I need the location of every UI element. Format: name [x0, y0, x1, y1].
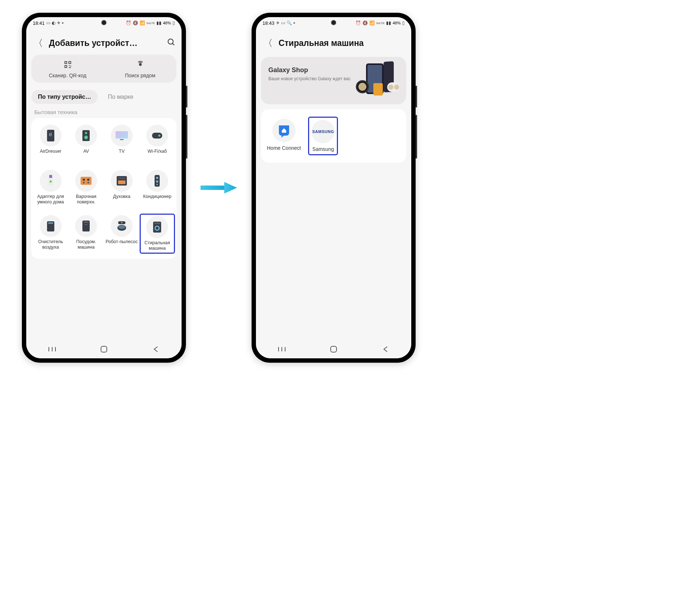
device-label: Духовка: [113, 194, 130, 205]
usb-icon: [47, 174, 54, 187]
search-notif-icon: 🔍: [287, 20, 292, 26]
device-ac[interactable]: Кондиционер: [140, 168, 175, 206]
svg-point-27: [156, 177, 158, 179]
brand-label: Home Connect: [267, 145, 301, 151]
svg-point-14: [158, 135, 160, 137]
tv-icon: [115, 130, 129, 141]
mute-icon: 🔇: [133, 20, 138, 26]
side-button: [416, 86, 417, 108]
oven-icon: [116, 175, 128, 186]
svg-rect-44: [154, 223, 160, 224]
tabs: По типу устройс… По марке: [26, 88, 182, 108]
nav-back[interactable]: [380, 346, 391, 352]
device-airdresser[interactable]: AirDresser: [33, 123, 69, 161]
svg-rect-37: [83, 222, 89, 223]
signal-icon: ▮▮: [156, 20, 162, 26]
washer-icon: [152, 221, 162, 233]
svg-point-9: [84, 136, 88, 139]
brand-home-connect[interactable]: Home Connect: [265, 117, 303, 155]
hub-icon: [151, 131, 163, 140]
brand-row: Home Connect SAMSUNG Samsung: [261, 109, 406, 163]
nav-recents[interactable]: [47, 346, 58, 352]
search-button[interactable]: [167, 38, 176, 49]
robot-icon: [116, 221, 128, 231]
svg-rect-15: [49, 175, 52, 178]
alarm-icon: ⏰: [126, 20, 131, 26]
svg-point-28: [156, 180, 158, 183]
notification-icon: ▭: [46, 20, 50, 26]
page-title: Стиральная машина: [279, 38, 405, 48]
svg-line-1: [172, 43, 174, 45]
dishwasher-icon: [81, 220, 91, 232]
svg-point-40: [121, 222, 122, 223]
device-av[interactable]: AV: [69, 123, 104, 161]
back-button[interactable]: 〈: [32, 37, 44, 50]
scan-qr-label: Сканир. QR-код: [49, 73, 86, 78]
lte-icon: VoLTE: [376, 22, 385, 25]
svg-rect-12: [120, 139, 124, 140]
device-oven[interactable]: Духовка: [104, 168, 140, 206]
svg-rect-6: [47, 130, 54, 141]
device-label: Адаптер для умного дома: [34, 194, 68, 205]
header: 〈 Стиральная машина: [256, 29, 411, 55]
phone-left: 18:41 ▭ ◐ ✈ ⏰ 🔇 📶 VoLTE ▮▮ 48% ▯ 〈 Добав…: [22, 13, 186, 363]
airdresser-icon: [46, 129, 56, 142]
phone-right: 18:43 ✈ ▭ 🔍 ⏰ 🔇 📶 VoLTE ▮▮ 48% ▯ 〈 Стира…: [252, 13, 416, 363]
device-label: Кондиционер: [143, 194, 171, 205]
nav-home[interactable]: [328, 346, 339, 353]
search-nearby-button[interactable]: Поиск рядом: [104, 55, 176, 83]
header: 〈 Добавить устройст…: [26, 29, 182, 55]
nav-recents[interactable]: [276, 346, 287, 352]
battery-icon: ▯: [402, 20, 405, 26]
svg-rect-18: [81, 177, 92, 185]
ac-icon: [154, 174, 160, 187]
camera-notch: [331, 20, 336, 25]
device-air-purifier[interactable]: Очиститель воздуха: [33, 214, 69, 254]
svg-rect-24: [118, 178, 125, 179]
qr-icon: [64, 61, 72, 70]
wifi-icon: 📶: [140, 20, 145, 26]
svg-rect-51: [201, 186, 226, 190]
device-label: AirDresser: [40, 149, 61, 160]
svg-rect-2: [65, 62, 67, 64]
section-label: Бытовая техника: [26, 108, 182, 118]
device-label: Стиральная машина: [141, 240, 174, 251]
battery-pct: 48%: [393, 21, 401, 25]
back-button[interactable]: 〈: [262, 37, 274, 50]
tab-by-brand[interactable]: По марке: [101, 90, 140, 104]
battery-pct: 48%: [163, 21, 171, 25]
svg-point-17: [50, 180, 52, 183]
navigation-bar: [256, 340, 411, 358]
device-smart-adapter[interactable]: Адаптер для умного дома: [33, 168, 69, 206]
device-label: TV: [119, 149, 125, 160]
more-icon: [62, 22, 63, 24]
nav-back[interactable]: [150, 346, 161, 352]
device-grid: AirDresser AV TV Wi-Fi/хаб Адаптер для у…: [31, 118, 176, 259]
camera-notch: [101, 20, 106, 25]
tab-by-device-type[interactable]: По типу устройс…: [31, 90, 98, 104]
nav-home[interactable]: [98, 346, 109, 353]
radar-icon: [136, 61, 144, 70]
device-cooktop[interactable]: Варочная поверхн.: [69, 168, 104, 206]
device-label: Очиститель воздуха: [34, 239, 68, 250]
search-nearby-label: Поиск рядом: [125, 73, 155, 78]
device-label: Варочная поверхн.: [69, 194, 104, 205]
device-dishwasher[interactable]: Посудом. машина: [69, 214, 104, 254]
device-washing-machine[interactable]: Стиральная машина: [140, 214, 175, 254]
telegram-icon: ✈: [276, 20, 280, 26]
svg-rect-4: [65, 66, 67, 68]
device-label: Робот-пылесос: [106, 239, 138, 250]
more-icon: [293, 22, 295, 24]
brand-samsung[interactable]: SAMSUNG Samsung: [308, 117, 338, 155]
scan-qr-button[interactable]: Сканир. QR-код: [31, 55, 104, 83]
flow-arrow-icon: [201, 180, 237, 195]
galaxy-shop-banner[interactable]: Galaxy Shop Ваше новое устройство Galaxy…: [261, 57, 406, 104]
svg-rect-66: [331, 346, 337, 352]
device-tv[interactable]: TV: [104, 123, 140, 161]
lte-icon: VoLTE: [147, 22, 155, 25]
device-robot-vacuum[interactable]: Робот-пылесос: [104, 214, 140, 254]
svg-point-21: [83, 182, 85, 183]
samsung-icon: SAMSUNG: [311, 120, 335, 143]
svg-rect-62: [373, 83, 383, 96]
device-wifi-hub[interactable]: Wi-Fi/хаб: [140, 123, 175, 161]
